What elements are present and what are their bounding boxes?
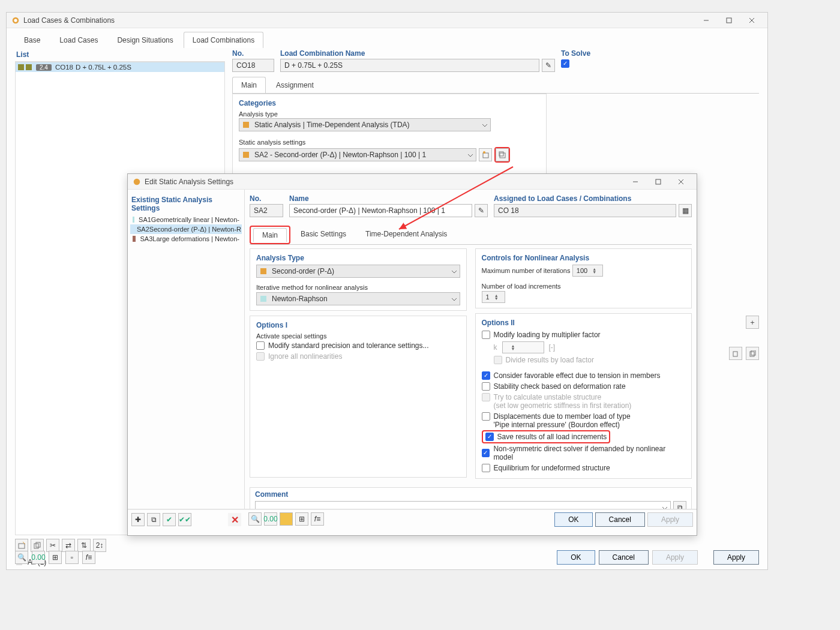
modify-mult-cb[interactable] (482, 331, 490, 339)
dlg-name-input[interactable]: Second-order (P-Δ) | Newton-Raphson | 10… (289, 204, 472, 217)
maximize-button[interactable] (718, 14, 740, 27)
dlg-check-icon[interactable]: ✔ (163, 513, 176, 526)
copy3-icon[interactable] (746, 347, 759, 360)
units-icon[interactable]: 0.00 (32, 551, 45, 564)
no-input[interactable]: CO18 (232, 59, 274, 72)
load-incr-spinner[interactable]: 1▲▼ (482, 291, 505, 303)
close-button[interactable] (741, 14, 763, 27)
dialog-minimize[interactable] (625, 175, 646, 188)
solve-checkbox[interactable] (561, 59, 569, 68)
square-icon[interactable]: ▫ (65, 551, 79, 564)
k-spinner: ▲▼ (502, 341, 544, 353)
dialog-titlebar: Edit Static Analysis Settings (128, 174, 697, 190)
dialog-app-icon (133, 178, 141, 186)
edit-settings-icon[interactable] (496, 148, 509, 161)
svg-rect-18 (656, 179, 661, 184)
options2-title: Options II (482, 319, 686, 327)
main-apply-button-disabled: Apply (652, 550, 698, 565)
dlg-units-icon[interactable]: 0.00 (264, 512, 277, 526)
color-swatch (18, 64, 24, 70)
subtab-assignment[interactable]: Assignment (267, 77, 323, 93)
badge: 2.4 (36, 64, 52, 71)
fn-icon[interactable]: f≡ (82, 551, 95, 564)
save-incr-cb[interactable] (485, 433, 494, 441)
static-settings-combo[interactable]: SA2 - Second-order (P-Δ) | Newton-Raphso… (239, 148, 476, 161)
dlg-edit-name-icon[interactable]: ✎ (475, 204, 488, 217)
analysis-type-label: Analysis type (239, 108, 278, 119)
dialog-close[interactable] (670, 175, 692, 188)
main-apply-button[interactable]: Apply (713, 550, 759, 565)
comment-combo[interactable] (255, 501, 671, 509)
sa1-row[interactable]: SA1 Geometrically linear | Newton- (130, 215, 242, 224)
svg-point-1 (14, 19, 17, 22)
tab-design-situations[interactable]: Design Situations (108, 32, 182, 48)
tab-base[interactable]: Base (15, 32, 49, 48)
dlg-new-icon[interactable]: ✚ (131, 513, 145, 526)
dlg-copy-icon[interactable]: ⧉ (147, 513, 160, 526)
help-icon[interactable]: 🔍 (15, 551, 28, 564)
analysis-type-combo[interactable]: Static Analysis | Time-Dependent Analysi… (239, 118, 491, 131)
window-title: Load Cases & Combinations (23, 16, 695, 25)
stability-cb[interactable] (482, 382, 490, 391)
tree-icon[interactable]: ⊞ (49, 551, 62, 564)
dlg-cancel-button[interactable]: Cancel (595, 512, 645, 527)
activate-label: Activate special settings (256, 330, 326, 341)
subtab-main[interactable]: Main (232, 77, 266, 93)
new-settings-icon[interactable] (479, 148, 492, 161)
dlg-no-input[interactable]: SA2 (250, 204, 283, 217)
main-ok-button[interactable]: OK (557, 550, 595, 565)
dlg-tab-tda[interactable]: Time-Dependent Analysis (356, 226, 456, 244)
edit-analysis-dialog: Edit Static Analysis Settings Existing S… (127, 173, 697, 536)
iterative-label: Iterative method for nonlinear analysis (256, 281, 460, 292)
dlg-tab-main[interactable]: Main (253, 228, 287, 242)
assigned-input[interactable]: CO 18 (494, 204, 676, 217)
categories-title: Categories (239, 99, 540, 107)
edit-name-icon[interactable]: ✎ (542, 59, 555, 72)
analysis-type-combo[interactable]: Second-order (P-Δ) (256, 265, 460, 278)
unstable-cb (482, 393, 490, 401)
assigned-label: Assigned to Load Cases / Combinations (494, 193, 692, 204)
no-label: No. (232, 48, 274, 59)
dlg-fn-icon[interactable]: f≡ (311, 512, 324, 526)
main-cancel-button[interactable]: Cancel (599, 550, 649, 565)
svg-rect-6 (19, 544, 25, 548)
dlg-checkall-icon[interactable]: ✔✔ (178, 513, 191, 526)
tab-load-cases[interactable]: Load Cases (50, 32, 107, 48)
nonsym-cb[interactable] (482, 449, 490, 457)
dialog-title: Edit Static Analysis Settings (145, 178, 625, 186)
main-tabs: Base Load Cases Design Situations Load C… (7, 28, 767, 48)
dlg-ok-button[interactable]: OK (554, 512, 592, 527)
comment-library-icon[interactable]: ⧉ (673, 501, 686, 509)
dlg-tree-icon[interactable]: ⊞ (295, 512, 308, 526)
dialog-maximize[interactable] (647, 175, 669, 188)
chevron-down-icon (467, 152, 473, 160)
svg-rect-11 (500, 153, 505, 158)
name-input[interactable]: D + 0.75L + 0.25S (280, 59, 539, 72)
color-swatch (26, 64, 32, 70)
app-icon (11, 16, 20, 25)
list-row-co18[interactable]: 2.4 CO18 D + 0.75L + 0.25S (16, 62, 224, 72)
modify-precision-cb[interactable] (256, 341, 265, 350)
minimize-button[interactable] (695, 14, 717, 27)
grid-icon[interactable]: ▦ (679, 204, 692, 217)
dlg-tab-basic[interactable]: Basic Settings (292, 226, 355, 244)
controls-title: Controls for Nonlinear Analysis (482, 254, 686, 262)
tab-load-combinations[interactable]: Load Combinations (184, 32, 263, 48)
dlg-color-icon[interactable] (280, 512, 293, 526)
equilibrium-cb[interactable] (482, 464, 490, 472)
add-icon[interactable]: ＋ (746, 316, 759, 329)
dlg-delete-icon[interactable]: ✕ (228, 513, 241, 526)
titlebar: Load Cases & Combinations (7, 13, 767, 28)
sa3-row[interactable]: SA3 Large deformations | Newton- (130, 234, 242, 244)
dlg-help-icon[interactable]: 🔍 (248, 512, 262, 526)
favorable-cb[interactable] (482, 371, 490, 380)
max-iter-spinner[interactable]: 100▲▼ (572, 265, 603, 277)
iterative-combo[interactable]: Newton-Raphson (256, 292, 460, 305)
svg-point-10 (483, 151, 485, 154)
copy2-icon[interactable] (729, 347, 742, 360)
sa2-row[interactable]: SA2 Second-order (P-Δ) | Newton-R (130, 224, 242, 234)
displacements-cb[interactable] (482, 412, 490, 421)
ignore-nonlin-cb (256, 352, 265, 361)
svg-rect-13 (733, 352, 737, 356)
solve-label: To Solve (561, 48, 759, 59)
